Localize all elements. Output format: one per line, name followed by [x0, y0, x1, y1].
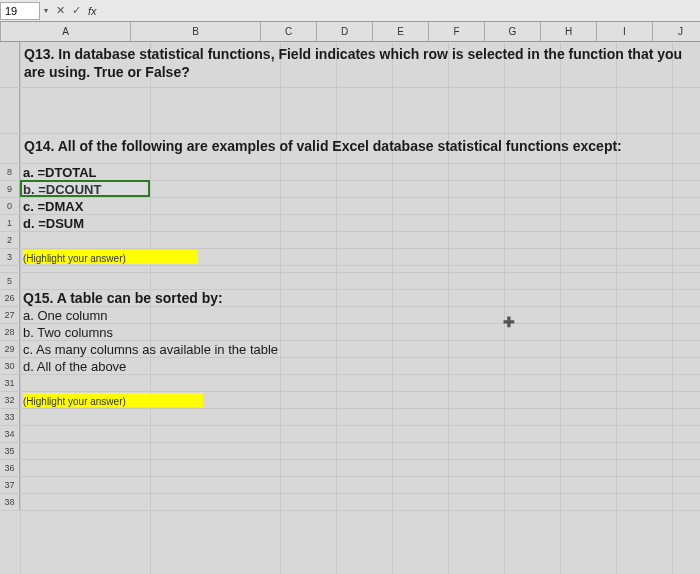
spreadsheet-grid[interactable]: Q13. In database statistical functions, …: [0, 42, 700, 574]
selection-outline: [20, 180, 150, 197]
row-highlight-2[interactable]: 32 (Highlight your answer): [0, 392, 700, 409]
row-number[interactable]: 5: [0, 273, 20, 289]
row-q14-b[interactable]: 9 b. =DCOUNT: [0, 181, 700, 198]
row-number[interactable]: 29: [0, 341, 20, 357]
col-header-i[interactable]: I: [597, 22, 653, 41]
row-number[interactable]: 3: [0, 249, 20, 265]
cell[interactable]: [20, 443, 700, 459]
cell[interactable]: [20, 477, 700, 493]
cell-q14-d[interactable]: d. =DSUM: [20, 215, 700, 231]
name-box[interactable]: 19: [0, 2, 40, 20]
cell-q15-a[interactable]: a. One column: [20, 307, 700, 323]
row-number[interactable]: 36: [0, 460, 20, 476]
cell-q15-stem[interactable]: Q15. A table can be sorted by:: [20, 290, 700, 306]
row-blank[interactable]: 31: [0, 375, 700, 392]
cell[interactable]: [20, 266, 700, 272]
cell-q15-d[interactable]: d. All of the above: [20, 358, 700, 374]
col-header-e[interactable]: E: [373, 22, 429, 41]
row-q15-b[interactable]: 28 b. Two columns: [0, 324, 700, 341]
row-highlight-1[interactable]: 3 (Highlight your answer): [0, 249, 700, 266]
row-number[interactable]: 0: [0, 198, 20, 214]
highlight-label: (Highlight your answer): [23, 396, 126, 407]
row-q14[interactable]: Q14. All of the following are examples o…: [0, 134, 700, 164]
cell-q14-c[interactable]: c. =DMAX: [20, 198, 700, 214]
row-number[interactable]: 34: [0, 426, 20, 442]
row-number[interactable]: [0, 134, 20, 163]
cell-highlight[interactable]: (Highlight your answer): [20, 249, 700, 265]
col-header-c[interactable]: C: [261, 22, 317, 41]
row-blank[interactable]: 35: [0, 443, 700, 460]
cell-q14-a[interactable]: a. =DTOTAL: [20, 164, 700, 180]
col-header-h[interactable]: H: [541, 22, 597, 41]
col-header-j[interactable]: J: [653, 22, 700, 41]
row-blank[interactable]: [0, 266, 700, 273]
row-number[interactable]: [0, 42, 20, 87]
cell-q13[interactable]: Q13. In database statistical functions, …: [20, 42, 700, 87]
row-number[interactable]: 33: [0, 409, 20, 425]
row-number[interactable]: 37: [0, 477, 20, 493]
cell-q15-b[interactable]: b. Two columns: [20, 324, 700, 340]
cell[interactable]: [20, 426, 700, 442]
row-number[interactable]: 31: [0, 375, 20, 391]
cell-q14-stem[interactable]: Q14. All of the following are examples o…: [20, 134, 700, 163]
row-number[interactable]: 26: [0, 290, 20, 306]
row-number[interactable]: [0, 266, 20, 272]
cell[interactable]: [20, 273, 700, 289]
highlight-label: (Highlight your answer): [23, 253, 126, 264]
name-box-dropdown[interactable]: ▾: [40, 6, 52, 15]
cell[interactable]: [20, 232, 700, 248]
column-headers: A B C D E F G H I J K L: [0, 22, 700, 42]
row-number[interactable]: 38: [0, 494, 20, 510]
row-number[interactable]: [0, 88, 20, 133]
row-number[interactable]: 9: [0, 181, 20, 197]
row-number[interactable]: 35: [0, 443, 20, 459]
col-header-g[interactable]: G: [485, 22, 541, 41]
cell-q15-c[interactable]: c. As many columns as available in the t…: [20, 341, 700, 357]
row-blank[interactable]: 2: [0, 232, 700, 249]
cell-highlight[interactable]: (Highlight your answer): [20, 392, 700, 408]
cell[interactable]: [20, 460, 700, 476]
row-blank[interactable]: 37: [0, 477, 700, 494]
row-blank[interactable]: 38: [0, 494, 700, 511]
col-header-b[interactable]: B: [131, 22, 261, 41]
accept-icon[interactable]: ✓: [68, 4, 84, 17]
row-blank[interactable]: [0, 88, 700, 134]
col-header-d[interactable]: D: [317, 22, 373, 41]
cell[interactable]: [20, 494, 700, 510]
row-q13[interactable]: Q13. In database statistical functions, …: [0, 42, 700, 88]
cursor-icon: ✚: [503, 314, 515, 330]
row-q15-a[interactable]: 27 a. One column: [0, 307, 700, 324]
row-blank[interactable]: 36: [0, 460, 700, 477]
cell[interactable]: [20, 88, 700, 133]
row-number[interactable]: 2: [0, 232, 20, 248]
row-number[interactable]: 1: [0, 215, 20, 231]
cell[interactable]: [20, 409, 700, 425]
row-blank[interactable]: 5: [0, 273, 700, 290]
row-q14-c[interactable]: 0 c. =DMAX: [0, 198, 700, 215]
row-blank[interactable]: 33: [0, 409, 700, 426]
fx-icon[interactable]: fx: [84, 5, 101, 17]
row-q15-d[interactable]: 30 d. All of the above: [0, 358, 700, 375]
col-header-f[interactable]: F: [429, 22, 485, 41]
row-blank[interactable]: 34: [0, 426, 700, 443]
cancel-icon[interactable]: ✕: [52, 4, 68, 17]
col-header-a[interactable]: A: [1, 22, 131, 41]
row-number[interactable]: 27: [0, 307, 20, 323]
row-number[interactable]: 28: [0, 324, 20, 340]
row-number[interactable]: 30: [0, 358, 20, 374]
row-number[interactable]: 8: [0, 164, 20, 180]
row-q15[interactable]: 26 Q15. A table can be sorted by:: [0, 290, 700, 307]
row-q15-c[interactable]: 29 c. As many columns as available in th…: [0, 341, 700, 358]
row-q14-d[interactable]: 1 d. =DSUM: [0, 215, 700, 232]
row-number[interactable]: 32: [0, 392, 20, 408]
formula-bar: 19 ▾ ✕ ✓ fx: [0, 0, 700, 22]
row-q14-a[interactable]: 8 a. =DTOTAL: [0, 164, 700, 181]
cell[interactable]: [20, 375, 700, 391]
